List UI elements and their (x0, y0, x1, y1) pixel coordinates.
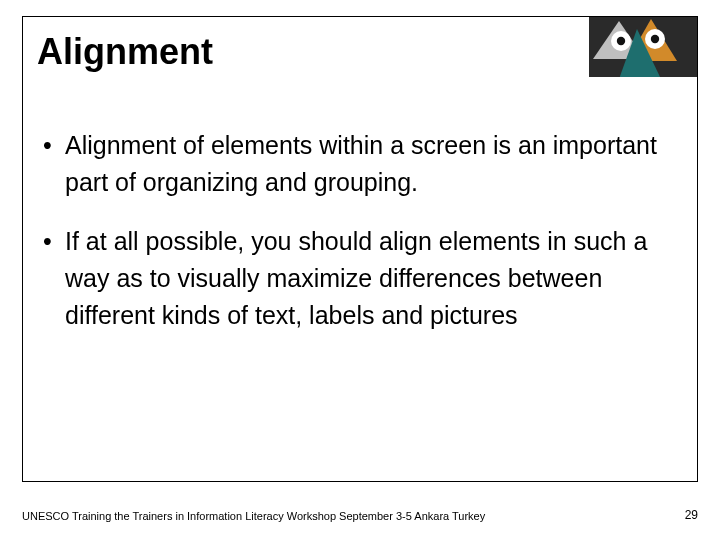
header-row: Alignment (23, 17, 697, 111)
bullet-text: Alignment of elements within a screen is… (65, 127, 679, 201)
svg-rect-8 (589, 77, 697, 85)
svg-point-7 (651, 35, 659, 43)
slide: Alignment • Alignment of elements within… (0, 0, 720, 540)
bullet-marker-icon: • (43, 127, 65, 201)
footer-text: UNESCO Training the Trainers in Informat… (22, 510, 698, 522)
page-number: 29 (685, 508, 698, 522)
bullet-item: • If at all possible, you should align e… (43, 223, 679, 334)
slide-title: Alignment (37, 31, 213, 73)
svg-point-5 (617, 37, 625, 45)
bullet-text: If at all possible, you should align ele… (65, 223, 679, 334)
bullet-item: • Alignment of elements within a screen … (43, 127, 679, 201)
abstract-owl-logo-icon (589, 17, 697, 85)
slide-body: • Alignment of elements within a screen … (23, 111, 697, 334)
slide-frame: Alignment • Alignment of elements within… (22, 16, 698, 482)
bullet-marker-icon: • (43, 223, 65, 334)
